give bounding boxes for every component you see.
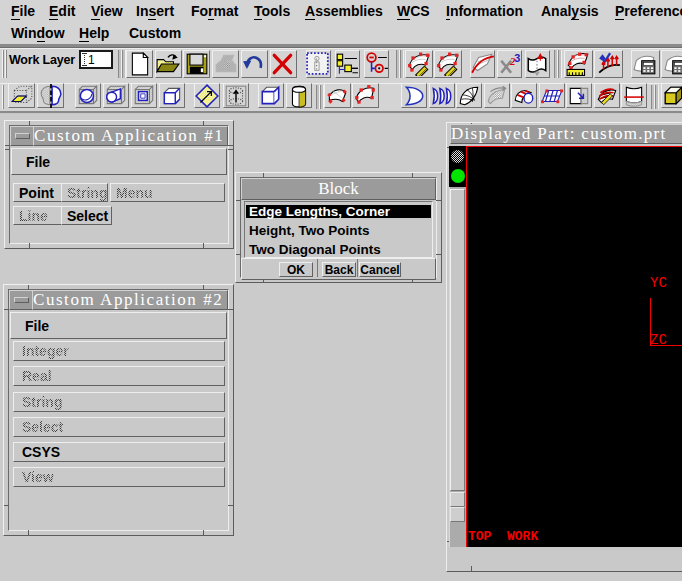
svg-text:3: 3 bbox=[514, 52, 520, 64]
